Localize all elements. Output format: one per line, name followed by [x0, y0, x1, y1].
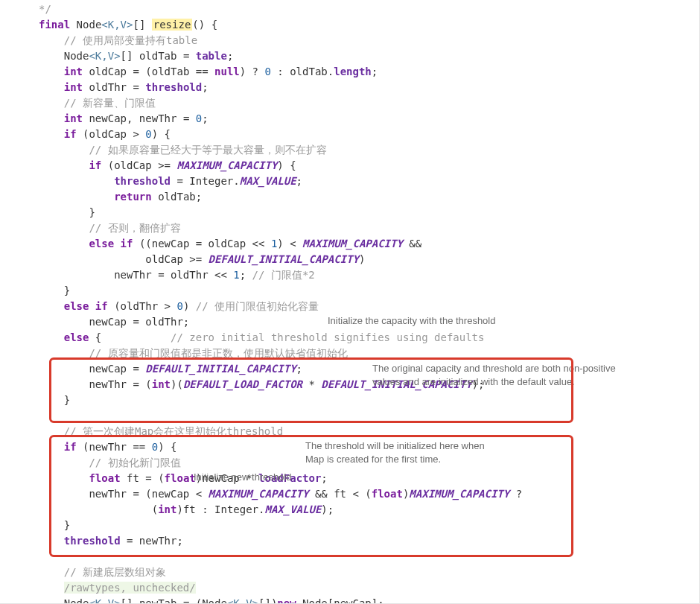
- num-zero: 0: [196, 112, 202, 124]
- text: = Integer.: [171, 175, 240, 187]
- code-screenshot: */ final Node<K,V>[] resize() { // 使用局部变…: [0, 0, 700, 604]
- field-threshold: threshold: [64, 535, 121, 547]
- text: {: [89, 331, 171, 343]
- num-zero: 0: [264, 66, 270, 77]
- comment-use-table: // 使用局部变量持有table: [64, 34, 197, 46]
- comment-new-arr: // 新建底层数组对象: [64, 566, 166, 578]
- text: []): [258, 597, 277, 604]
- kw-if: if: [64, 441, 77, 453]
- text: ): [183, 300, 196, 312]
- text: newCap =: [89, 363, 145, 375]
- generics: <K,V>: [89, 50, 120, 62]
- comment-double: // 门限值*2: [252, 269, 315, 281]
- comment-defaults: // 原容量和门限值都是非正数，使用默认缺省值初始化: [89, 347, 347, 359]
- kw-return: return: [114, 191, 152, 203]
- type-node: Node: [64, 50, 89, 62]
- brace: }: [64, 519, 70, 531]
- suppress: /rawtypes, unchecked/: [64, 582, 196, 594]
- const-max-value: MAX_VALUE: [264, 503, 321, 515]
- generics: <K,V>: [227, 597, 258, 604]
- semi: ;: [202, 81, 208, 93]
- num-zero: 0: [145, 128, 151, 140]
- text: oldTab;: [152, 191, 202, 203]
- text: = newThr;: [121, 535, 183, 547]
- kw-float: float: [89, 472, 120, 484]
- comment-first-map: // 第一次创建Map会在这里初始化threshold: [64, 425, 283, 437]
- kw-int: int: [64, 81, 83, 93]
- text: && ft < (: [308, 488, 371, 500]
- const-max-capacity: MAXIMUM_CAPACITY: [209, 488, 309, 500]
- text: newThr = (: [89, 378, 151, 390]
- text: newThr = (newCap <: [89, 488, 208, 500]
- text: Node[newCap];: [296, 597, 384, 604]
- text: (oldCap >=: [101, 159, 176, 171]
- kw-float: float: [165, 472, 196, 484]
- const-default-initial: DEFAULT_INITIAL_CAPACITY: [209, 253, 359, 265]
- annotation-first-map-a: The threshold will be initialized here w…: [305, 439, 485, 452]
- kw-final: final: [39, 19, 70, 31]
- text: : oldTab.: [271, 66, 334, 77]
- num-one: 1: [233, 269, 239, 281]
- kw-int: int: [64, 112, 83, 124]
- comment-zero-initial: // zero initial threshold signifies usin…: [171, 331, 484, 343]
- annotation-nonpositive-a: The original capacity and threshold are …: [372, 362, 616, 375]
- text: *: [302, 378, 321, 390]
- const-default-load: DEFAULT_LOAD_FACTOR: [183, 378, 302, 390]
- brace: }: [89, 206, 95, 218]
- text: ): [359, 253, 365, 265]
- const-max-capacity: MAXIMUM_CAPACITY: [176, 159, 277, 171]
- kw-if: if: [89, 159, 101, 171]
- num-zero: 0: [176, 300, 182, 312]
- comment-end: */: [39, 3, 51, 15]
- semi: ;: [202, 112, 208, 124]
- semi: ;: [321, 472, 327, 484]
- text: (: [89, 503, 158, 515]
- comment-else: // 否则，翻倍扩容: [89, 222, 180, 234]
- text: [] newTab = (Node: [121, 597, 227, 604]
- text: )ft : Integer.: [176, 503, 264, 515]
- generics: <K,V>: [89, 597, 120, 604]
- const-max-value: MAX_VALUE: [240, 175, 296, 187]
- semi: ;: [372, 66, 378, 77]
- field-length: length: [334, 66, 372, 77]
- brace: }: [64, 284, 70, 296]
- semi: ;: [296, 175, 302, 187]
- text: ) ?: [240, 66, 265, 77]
- text: ) {: [152, 128, 171, 140]
- field-threshold: threshold: [114, 175, 171, 187]
- text: oldCap >=: [89, 253, 208, 265]
- brace: }: [64, 394, 70, 406]
- annotation-nonpositive-b: values and are initialized with the defa…: [372, 375, 575, 388]
- arr: []: [133, 19, 145, 31]
- kw-int: int: [152, 378, 171, 390]
- const-max-capacity: MAXIMUM_CAPACITY: [302, 238, 403, 249]
- generics: <K,V>: [101, 19, 133, 31]
- text: ) <: [277, 238, 302, 249]
- kw-else: else: [64, 331, 89, 343]
- text: (oldThr >: [108, 300, 177, 312]
- method-resize: resize: [152, 19, 193, 31]
- comment-maxcap: // 如果原容量已经大于等于最大容量，则不在扩容: [89, 144, 326, 156]
- text: ft = (: [121, 472, 165, 484]
- kw-int: int: [64, 66, 83, 77]
- semi: ;: [227, 50, 233, 62]
- text: newCap = oldThr;: [89, 316, 189, 328]
- annotation-first-map-b: Map is created for the first time.: [305, 453, 441, 465]
- text: [] oldTab =: [121, 50, 196, 62]
- kw-int: int: [158, 503, 176, 515]
- text: newCap, newThr =: [83, 112, 196, 124]
- kw-elseif: else if: [64, 300, 108, 312]
- text: (newThr ==: [77, 441, 152, 453]
- text: ((newCap = oldCap <<: [133, 238, 270, 249]
- text: (oldCap >: [77, 128, 146, 140]
- field-table: table: [196, 50, 227, 62]
- text: );: [321, 503, 334, 515]
- text: ?: [509, 488, 522, 500]
- kw-float: float: [372, 488, 403, 500]
- comment-new-thr: // 初始化新门限值: [89, 457, 180, 468]
- kw-new: new: [277, 597, 296, 604]
- comment-newcap: // 新容量、门限值: [64, 97, 156, 109]
- text: oldThr =: [83, 81, 145, 93]
- text: ) {: [277, 159, 296, 171]
- annotation-init-capacity: Initialize the capacity with the thresho…: [328, 314, 495, 327]
